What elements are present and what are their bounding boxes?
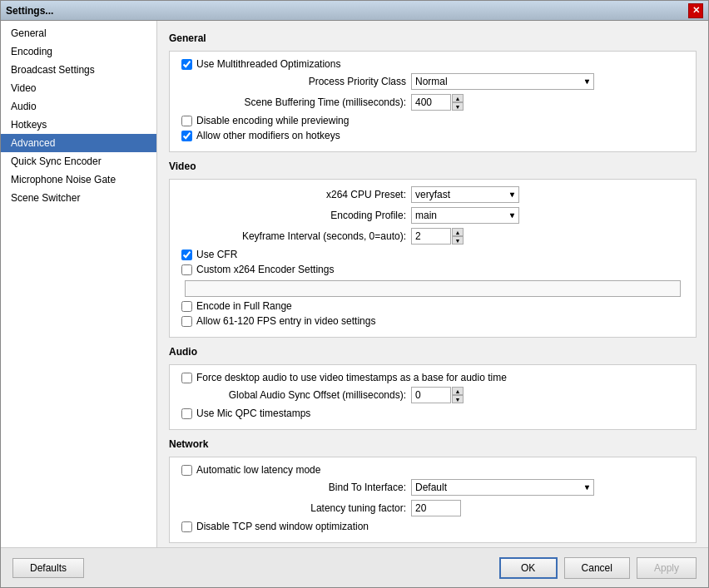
sidebar-item-microphone-noise-gate[interactable]: Microphone Noise Gate <box>1 170 156 189</box>
keyframe-interval-spin: ▲ ▼ <box>411 228 464 245</box>
use-cfr-label: Use CFR <box>196 249 237 260</box>
audio-section-title: Audio <box>169 346 697 358</box>
encoding-profile-select[interactable]: baseline main high <box>411 207 519 224</box>
scene-buffering-row: Scene Buffering Time (milliseconds): ▲ ▼ <box>178 94 687 111</box>
allow-modifiers-checkbox[interactable] <box>181 131 192 141</box>
sidebar-item-advanced[interactable]: Advanced <box>1 134 156 152</box>
sidebar-item-general[interactable]: General <box>1 24 156 42</box>
global-audio-sync-spinbuttons: ▲ ▼ <box>452 387 464 403</box>
keyframe-interval-up-button[interactable]: ▲ <box>452 228 464 236</box>
global-audio-sync-input[interactable] <box>411 387 451 403</box>
force-desktop-label: Force desktop audio to use video timesta… <box>196 372 507 383</box>
defaults-button[interactable]: Defaults <box>12 558 84 578</box>
general-section-box: Use Multithreaded Optimizations Process … <box>169 51 697 152</box>
bind-to-interface-select[interactable]: Default <box>411 479 594 496</box>
use-multithreaded-label: Use Multithreaded Optimizations <box>196 58 340 70</box>
x264-preset-row: x264 CPU Preset: ultrafast superfast ver… <box>178 186 687 203</box>
keyframe-interval-input[interactable] <box>411 228 451 245</box>
allow-61-120-fps-checkbox[interactable] <box>181 316 192 327</box>
scene-buffering-spinbuttons: ▲ ▼ <box>452 94 464 111</box>
keyframe-interval-spinbuttons: ▲ ▼ <box>452 228 464 245</box>
latency-tuning-row: Latency tuning factor: <box>178 500 687 516</box>
encoding-profile-row: Encoding Profile: baseline main high ▼ <box>178 207 687 224</box>
disable-tcp-row: Disable TCP send window optimization <box>178 521 687 532</box>
disable-encoding-row: Disable encoding while previewing <box>178 115 687 126</box>
latency-tuning-input[interactable] <box>411 500 461 516</box>
disable-encoding-label: Disable encoding while previewing <box>196 115 349 126</box>
encode-full-range-label: Encode in Full Range <box>196 300 292 312</box>
allow-61-120-fps-row: Allow 61-120 FPS entry in video settings <box>178 315 687 327</box>
force-desktop-row: Force desktop audio to use video timesta… <box>178 372 687 383</box>
sidebar-item-quick-sync-encoder[interactable]: Quick Sync Encoder <box>1 152 156 170</box>
scene-buffering-label: Scene Buffering Time (milliseconds): <box>178 96 411 108</box>
bind-to-interface-select-wrapper: Default ▼ <box>411 479 594 496</box>
x264-preset-select-wrapper: ultrafast superfast veryfast faster fast… <box>411 186 519 203</box>
custom-x264-checkbox[interactable] <box>181 264 192 275</box>
settings-window: Settings... ✕ General Encoding Broadcast… <box>0 0 709 588</box>
apply-button[interactable]: Apply <box>637 557 697 579</box>
sidebar-item-video[interactable]: Video <box>1 79 156 97</box>
x264-preset-label: x264 CPU Preset: <box>178 189 411 200</box>
allow-61-120-fps-label: Allow 61-120 FPS entry in video settings <box>196 315 375 327</box>
footer-right-buttons: OK Cancel Apply <box>499 557 697 579</box>
scene-buffering-spin: ▲ ▼ <box>411 94 464 111</box>
force-desktop-checkbox[interactable] <box>181 373 192 383</box>
process-priority-row: Process Priority Class Normal Above Norm… <box>178 73 687 90</box>
use-multithreaded-row: Use Multithreaded Optimizations <box>178 58 687 70</box>
allow-modifiers-row: Allow other modifiers on hotkeys <box>178 130 687 141</box>
main-content: General Encoding Broadcast Settings Vide… <box>1 21 708 547</box>
sidebar-item-broadcast-settings[interactable]: Broadcast Settings <box>1 61 156 79</box>
allow-modifiers-label: Allow other modifiers on hotkeys <box>196 130 340 141</box>
auto-low-latency-checkbox[interactable] <box>181 465 192 476</box>
video-section-title: Video <box>169 161 697 172</box>
sidebar: General Encoding Broadcast Settings Vide… <box>1 21 157 547</box>
global-audio-sync-spin: ▲ ▼ <box>411 387 464 403</box>
cancel-button[interactable]: Cancel <box>564 557 630 579</box>
auto-low-latency-label: Automatic low latency mode <box>196 464 320 476</box>
latency-tuning-label: Latency tuning factor: <box>178 502 411 514</box>
disable-encoding-checkbox[interactable] <box>181 116 192 126</box>
bind-to-interface-row: Bind To Interface: Default ▼ <box>178 479 687 496</box>
global-audio-sync-row: Global Audio Sync Offset (milliseconds):… <box>178 387 687 403</box>
use-mic-qpc-row: Use Mic QPC timestamps <box>178 408 687 419</box>
disable-tcp-checkbox[interactable] <box>181 521 192 532</box>
encode-full-range-checkbox[interactable] <box>181 301 192 312</box>
process-priority-select[interactable]: Normal Above Normal High Realtime Below … <box>411 73 594 90</box>
bind-to-interface-label: Bind To Interface: <box>178 482 411 493</box>
keyframe-interval-label: Keyframe Interval (seconds, 0=auto): <box>178 230 411 242</box>
global-audio-sync-down-button[interactable]: ▼ <box>452 395 464 403</box>
scene-buffering-up-button[interactable]: ▲ <box>452 94 464 102</box>
process-priority-select-wrapper: Normal Above Normal High Realtime Below … <box>411 73 594 90</box>
sidebar-item-hotkeys[interactable]: Hotkeys <box>1 116 156 134</box>
use-cfr-row: Use CFR <box>178 249 687 260</box>
encoding-profile-label: Encoding Profile: <box>178 210 411 221</box>
use-multithreaded-checkbox[interactable] <box>181 59 192 70</box>
scene-buffering-input[interactable] <box>411 94 451 111</box>
process-priority-label: Process Priority Class <box>178 76 411 87</box>
footer: Defaults OK Cancel Apply <box>1 547 708 587</box>
use-cfr-checkbox[interactable] <box>181 250 192 260</box>
x264-preset-select[interactable]: ultrafast superfast veryfast faster fast… <box>411 186 519 203</box>
custom-x264-label: Custom x264 Encoder Settings <box>196 264 334 275</box>
sidebar-item-audio[interactable]: Audio <box>1 97 156 116</box>
network-section-box: Automatic low latency mode Bind To Inter… <box>169 457 697 543</box>
encode-full-range-row: Encode in Full Range <box>178 300 687 312</box>
keyframe-interval-down-button[interactable]: ▼ <box>452 236 464 245</box>
global-audio-sync-label: Global Audio Sync Offset (milliseconds): <box>178 389 411 401</box>
auto-low-latency-row: Automatic low latency mode <box>178 464 687 476</box>
close-button[interactable]: ✕ <box>688 3 703 18</box>
audio-section-box: Force desktop audio to use video timesta… <box>169 364 697 430</box>
use-mic-qpc-checkbox[interactable] <box>181 408 192 419</box>
disable-tcp-label: Disable TCP send window optimization <box>196 521 369 532</box>
sidebar-item-encoding[interactable]: Encoding <box>1 42 156 61</box>
use-mic-qpc-label: Use Mic QPC timestamps <box>196 408 310 419</box>
global-audio-sync-up-button[interactable]: ▲ <box>452 387 464 395</box>
sidebar-item-scene-switcher[interactable]: Scene Switcher <box>1 189 156 207</box>
scene-buffering-down-button[interactable]: ▼ <box>452 102 464 111</box>
general-section-title: General <box>169 32 697 44</box>
title-bar: Settings... ✕ <box>1 1 708 21</box>
ok-button[interactable]: OK <box>499 557 558 579</box>
custom-x264-input[interactable] <box>185 280 681 297</box>
network-section-title: Network <box>169 438 697 450</box>
encoding-profile-select-wrapper: baseline main high ▼ <box>411 207 519 224</box>
